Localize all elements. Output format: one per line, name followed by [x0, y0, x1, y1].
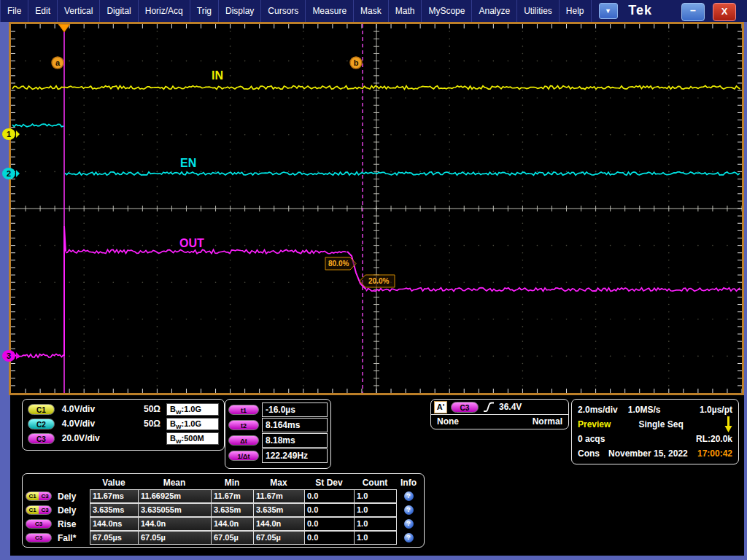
ref-level-tag-text: 20.0% — [368, 277, 389, 285]
meas-header-max: Max — [253, 478, 304, 488]
cursor-label-pill: 1/Δt — [228, 451, 259, 461]
source-c3: C3 — [26, 520, 51, 528]
channel-bandwidth: BW:500M — [166, 432, 219, 445]
single-seq-arrow-icon — [724, 416, 732, 433]
cursor-bubble-glyph: b — [354, 58, 359, 67]
measurement-source-badge[interactable]: C1C3 — [26, 491, 52, 501]
trigger-holdoff: None — [437, 416, 459, 427]
meas-header-min: Min — [211, 478, 253, 488]
channel-marker-arrow-2 — [16, 170, 23, 177]
cons-label: Cons — [578, 448, 600, 459]
time-text: 17:00:42 — [697, 448, 732, 459]
menu-item-measure[interactable]: Measure — [306, 0, 354, 22]
measurement-cell: 144.0n — [211, 517, 254, 531]
measurement-source-badge[interactable]: C3 — [26, 533, 52, 542]
menu-item-cursors[interactable]: Cursors — [261, 0, 306, 22]
cursor-value: 122.249Hz — [262, 448, 328, 463]
info-icon[interactable]: ? — [404, 505, 414, 515]
menu-item-display[interactable]: Display — [219, 0, 261, 22]
source-c1: C1 — [26, 492, 39, 500]
measurement-cell: 1.0 — [354, 517, 397, 531]
menu-item-math[interactable]: Math — [389, 0, 422, 22]
measurement-cell: 0.0 — [304, 517, 355, 531]
info-icon[interactable]: ? — [404, 491, 414, 501]
channel-row-c2: C24.0V/div50ΩBW:1.0G — [23, 416, 224, 431]
measurement-cell: 144.0n — [138, 517, 212, 531]
source-c3: C3 — [26, 534, 51, 542]
channel-marker-3[interactable]: 3 — [2, 350, 15, 362]
measurement-cell: 67.05µ — [138, 531, 212, 545]
trigger-source-row: A' C3 36.4V — [431, 400, 568, 415]
date-text: November 15, 2022 — [608, 448, 688, 459]
channel-pill-c2[interactable]: C2 — [28, 419, 55, 429]
trigger-a-badge[interactable]: A' — [434, 401, 447, 413]
channel-pill-c3[interactable]: C3 — [28, 433, 55, 444]
measurement-source-badge[interactable]: C1C3 — [26, 505, 52, 515]
cursor-row-1: t28.164ms — [228, 417, 328, 432]
menu-item-vertical[interactable]: Vertical — [58, 0, 100, 22]
waveform-display[interactable]: INENOUT80.0%20.0%ab — [11, 24, 742, 393]
measurement-table: ValueMeanMinMaxSt DevCountInfoC1C3Dely11… — [26, 475, 421, 545]
meas-header-mean: Mean — [138, 478, 211, 488]
channel-row-c3: C320.0V/divBW:500M — [23, 431, 224, 446]
measurement-row-source: C3Fall* — [26, 533, 90, 543]
menu-item-edit[interactable]: Edit — [28, 0, 58, 22]
measurement-cell: 1.0 — [354, 503, 397, 517]
menu-dropdown-button[interactable]: ▼ — [599, 3, 618, 19]
measurement-cell: 3.635055m — [138, 503, 212, 517]
cursor-label-pill: Δt — [228, 435, 259, 446]
channel-marker-2[interactable]: 2 — [2, 168, 15, 179]
source-c3: C3 — [39, 506, 51, 514]
cursor-label-pill: t1 — [228, 405, 259, 415]
channel-scale: 20.0V/div — [62, 433, 127, 443]
menu-item-horizacq[interactable]: Horiz/Acq — [139, 0, 190, 22]
measurement-info-cell: ? — [396, 505, 421, 515]
measurement-row-source: C3Rise — [26, 519, 90, 529]
channel-scale: 4.0V/div — [62, 404, 127, 414]
readout-area: C14.0V/div50ΩBW:1.0GC24.0V/div50ΩBW:1.0G… — [10, 395, 744, 556]
menu-item-analyze[interactable]: Analyze — [472, 0, 517, 22]
channel-bandwidth: BW:1.0G — [166, 403, 219, 416]
meas-header-count: Count — [354, 478, 396, 488]
acq-mode: Single Seq — [638, 419, 683, 429]
measurement-cell: 67.05µs — [90, 531, 139, 545]
menu-item-myscope[interactable]: MyScope — [422, 0, 472, 22]
minimize-button[interactable]: – — [681, 3, 705, 21]
measurement-cell: 11.67ms — [90, 489, 139, 503]
cursor-readout-panel: t1-16.0µst28.164msΔt8.18ms1/Δt122.249Hz — [225, 399, 331, 469]
measurement-name: Dely — [58, 491, 76, 502]
cursor-row-3: 1/Δt122.249Hz — [228, 448, 328, 463]
info-icon[interactable]: ? — [404, 533, 414, 542]
close-button[interactable]: X — [713, 3, 736, 21]
measurement-source-badge[interactable]: C3 — [26, 519, 52, 529]
horizontal-acq-panel: 2.0ms/div 1.0MS/s 1.0µs/pt Preview Singl… — [571, 399, 739, 464]
trace-label-in: IN — [212, 69, 223, 82]
oscilloscope-application: FileEditVerticalDigitalHoriz/AcqTrigDisp… — [0, 0, 747, 560]
trigger-position-icon[interactable] — [58, 24, 70, 32]
sample-resolution: 1.0µs/pt — [700, 405, 732, 415]
menu-item-trig[interactable]: Trig — [190, 0, 219, 22]
acq-count-row: 0 acqs RL:20.0k — [578, 432, 732, 446]
trigger-source-pill[interactable]: C3 — [451, 402, 479, 413]
measurement-cell: 1.0 — [354, 531, 397, 545]
menu-item-digital[interactable]: Digital — [100, 0, 138, 22]
info-icon[interactable]: ? — [404, 519, 414, 529]
measurement-cell: 3.635m — [211, 503, 254, 517]
channel-termination: 50Ω — [127, 404, 160, 414]
acq-count: 0 acqs — [578, 434, 605, 444]
timebase-scale: 2.0ms/div — [578, 405, 618, 415]
ref-level-tag-text: 80.0% — [328, 260, 349, 268]
measurement-cell: 1.0 — [354, 489, 397, 503]
timebase-row: 2.0ms/div 1.0MS/s 1.0µs/pt — [578, 402, 732, 417]
rising-edge-icon — [483, 401, 495, 413]
meas-header-info: Info — [396, 478, 421, 488]
menu-item-help[interactable]: Help — [560, 0, 592, 22]
menu-item-file[interactable]: File — [0, 0, 28, 22]
cursor-value: 8.18ms — [262, 433, 328, 448]
channel-pill-c1[interactable]: C1 — [28, 404, 55, 415]
channel-termination: 50Ω — [127, 419, 160, 429]
menu-item-mask[interactable]: Mask — [354, 0, 389, 22]
menu-item-utilities[interactable]: Utilities — [517, 0, 560, 22]
measurement-info-cell: ? — [396, 519, 421, 529]
channel-marker-1[interactable]: 1 — [2, 128, 15, 140]
